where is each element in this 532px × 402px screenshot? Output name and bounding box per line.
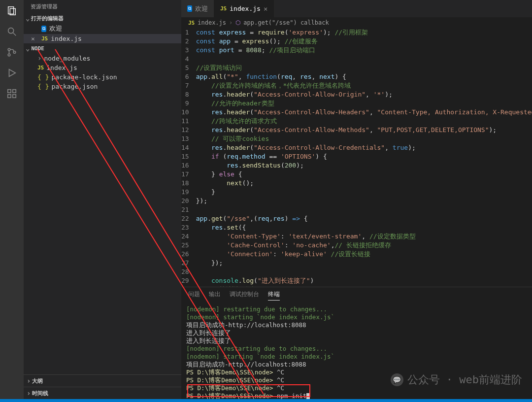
svg-rect-10 [13,95,16,98]
status-bar[interactable] [0,399,532,402]
svg-line-3 [13,33,16,36]
svg-point-2 [8,28,14,34]
line-gutter: 1 2 3 4 5 6 7 8 9 10 11 12 13 14 15 16 1… [181,28,196,287]
code-content[interactable]: const express = require('express'); //引用… [196,28,532,287]
chevron-right-icon [37,54,41,62]
tree-item[interactable]: JSindex.js [24,63,181,72]
json-icon: { } [37,83,49,90]
extensions-icon[interactable] [6,88,18,100]
sidebar-title: 资源管理器 [24,0,181,13]
chevron-right-icon: › [229,19,233,26]
chevron-right-icon [27,389,31,397]
tab-label: index.js [230,5,261,12]
vscode-icon: ⧉ [187,5,192,12]
svg-rect-8 [8,90,11,93]
editor-tab[interactable]: JSindex.js× [214,0,274,17]
tab-label: 欢迎 [195,4,208,13]
editor-area: ⧉欢迎JSindex.js× JS index.js › ⬡ app.get("… [181,0,532,399]
svg-point-5 [8,54,10,56]
tree-item[interactable]: { }package.json [24,82,181,91]
open-editors-header[interactable]: 打开的编辑器 [24,13,181,23]
chevron-down-icon [26,44,30,52]
tree-item-label: index.js [46,64,77,71]
open-editor-item[interactable]: ×JSindex.js [24,34,181,43]
debug-icon[interactable] [6,67,18,79]
vscode-icon: ⧉ [41,26,46,32]
bottom-panel: 问题输出调试控制台终端 [nodemon] restarting due to … [181,287,532,399]
editor-tabs: ⧉欢迎JSindex.js× [181,0,532,17]
activity-bar [0,0,24,399]
breadcrumb[interactable]: JS index.js › ⬡ app.get("/sse") callback [181,17,532,28]
close-icon[interactable]: × [30,35,36,42]
chevron-right-icon [27,377,31,385]
panel-tab[interactable]: 问题 [188,290,200,301]
open-editor-item[interactable]: ⧉欢迎 [24,23,181,34]
scm-icon[interactable] [6,46,18,58]
panel-tab[interactable]: 终端 [268,290,280,301]
svg-rect-9 [8,95,11,98]
sidebar: 资源管理器 打开的编辑器 ⧉欢迎×JSindex.js NODE node_mo… [24,0,181,399]
open-editor-label: 欢迎 [49,24,62,33]
terminal[interactable]: [nodemon] restarting due to changes...[n… [181,303,532,399]
svg-point-4 [8,48,10,51]
tree-item-label: package.json [51,83,98,90]
code-editor[interactable]: 1 2 3 4 5 6 7 8 9 10 11 12 13 14 15 16 1… [181,28,532,287]
tree-item-label: package-lock.json [51,73,117,81]
open-editor-label: index.js [51,35,82,42]
tree-item[interactable]: node_modules [24,53,181,63]
breadcrumb-file: index.js [198,19,226,26]
search-icon[interactable] [6,26,18,37]
tree-item-label: node_modules [44,55,90,62]
chevron-down-icon [26,14,30,22]
timeline-header[interactable]: 时间线 [24,387,181,399]
js-icon: JS [188,20,195,26]
js-icon: JS [37,65,44,71]
method-icon: ⬡ [235,19,240,26]
panel-tab[interactable]: 调试控制台 [230,290,259,301]
svg-rect-11 [13,90,16,93]
explorer-icon[interactable] [6,5,18,17]
panel-tab[interactable]: 输出 [209,290,221,301]
outline-header[interactable]: 大纲 [24,374,181,387]
svg-rect-0 [8,7,14,14]
svg-marker-7 [9,69,16,77]
tree-item[interactable]: { }package-lock.json [24,72,181,82]
json-icon: { } [37,73,49,81]
breadcrumb-symbol: app.get("/sse") callback [243,19,329,26]
panel-tabs: 问题输出调试控制台终端 [181,287,532,303]
editor-tab[interactable]: ⧉欢迎 [181,0,214,17]
close-icon[interactable]: × [264,5,267,13]
svg-point-6 [13,51,16,54]
js-icon: JS [41,35,48,42]
workspace-header[interactable]: NODE [24,43,181,53]
js-icon: JS [220,5,227,12]
